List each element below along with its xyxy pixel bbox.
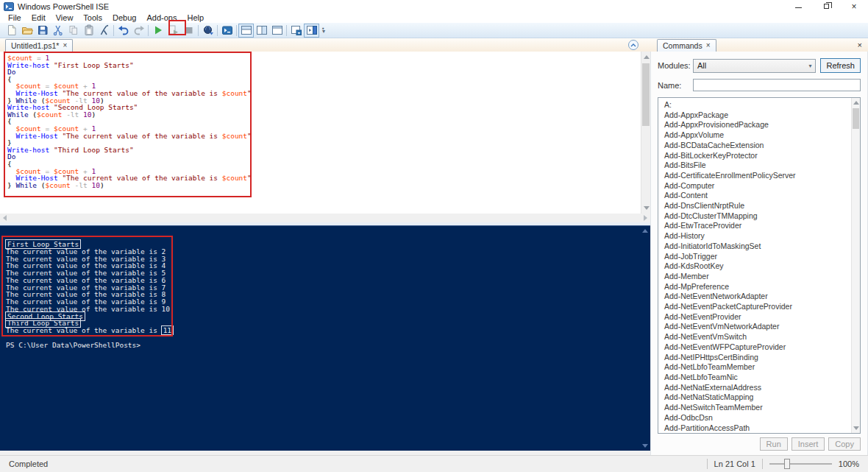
redo-button[interactable]	[131, 24, 146, 38]
start-powershell-exe-button[interactable]	[219, 24, 235, 38]
scroll-right-icon[interactable]	[644, 215, 647, 221]
command-list-item[interactable]: Add-NetEventNetworkAdapter	[664, 292, 850, 302]
command-list-item[interactable]: Add-NetEventPacketCaptureProvider	[664, 302, 850, 312]
open-script-button[interactable]	[19, 24, 35, 38]
command-list-item[interactable]: A:	[664, 100, 850, 110]
editor-vertical-scrollbar[interactable]	[641, 52, 650, 214]
scroll-up-icon[interactable]	[644, 55, 650, 59]
cut-button[interactable]	[50, 24, 65, 38]
show-command-addon-button[interactable]	[304, 24, 319, 38]
minimize-button[interactable]	[784, 0, 812, 13]
toolbar-options-icon[interactable]: ▪▾	[322, 27, 325, 33]
scroll-down-icon[interactable]	[853, 426, 859, 430]
command-list-item[interactable]: Add-Computer	[664, 181, 850, 191]
commands-list[interactable]: A:Add-AppxPackageAdd-AppxProvisionedPack…	[658, 97, 861, 434]
run-selection-button[interactable]	[166, 24, 181, 38]
editor-scrollbar-thumb[interactable]	[642, 63, 650, 126]
command-list-item[interactable]: Add-NetEventVmSwitch	[664, 332, 850, 342]
menu-tools[interactable]: Tools	[78, 13, 107, 22]
commands-tab-close-icon[interactable]: ×	[706, 42, 711, 49]
undo-button[interactable]	[115, 24, 131, 38]
paste-button[interactable]	[81, 24, 96, 38]
command-list-item[interactable]: Add-JobTrigger	[664, 252, 850, 262]
modules-dropdown[interactable]: All ▾	[693, 59, 816, 73]
show-script-pane-maximized-button[interactable]	[269, 24, 285, 38]
commands-list-scrollbar[interactable]	[851, 98, 860, 433]
show-script-pane-top-button[interactable]	[238, 24, 254, 38]
command-list-item[interactable]: Add-BitLockerKeyProtector	[664, 151, 850, 161]
command-list-item[interactable]: Add-NetEventVmNetworkAdapter	[664, 322, 850, 332]
command-list-item[interactable]: Add-OdbcDsn	[664, 413, 850, 423]
zoom-slider-thumb[interactable]	[784, 459, 790, 469]
editor-horizontal-scrollbar[interactable]	[0, 214, 650, 222]
copy-button[interactable]: Copy	[828, 437, 861, 451]
open-script-icon	[21, 24, 33, 36]
commands-scrollbar-thumb[interactable]	[853, 108, 859, 129]
new-powershell-tab-button[interactable]	[288, 24, 304, 38]
command-list-item[interactable]: Add-InitiatorIdToMaskingSet	[664, 242, 850, 252]
command-list-item[interactable]: Add-History	[664, 231, 850, 242]
command-list-item[interactable]: Add-Member	[664, 272, 850, 282]
command-list-item[interactable]: Add-DtcClusterTMMapping	[664, 211, 850, 222]
scroll-up-icon[interactable]	[642, 229, 648, 233]
run-script-icon	[152, 24, 164, 36]
command-list-item[interactable]: Add-NetEventWFPCaptureProvider	[664, 342, 850, 353]
command-list-item[interactable]: Add-NetSwitchTeamMember	[664, 403, 850, 413]
refresh-button[interactable]: Refresh	[820, 58, 861, 73]
command-list-item[interactable]: Add-BCDataCacheExtension	[664, 141, 850, 151]
zoom-slider[interactable]	[769, 463, 832, 465]
name-filter-input[interactable]	[693, 79, 861, 91]
command-list-item[interactable]: Add-NetNatStaticMapping	[664, 392, 850, 403]
command-list-item[interactable]: Add-BitsFile	[664, 161, 850, 171]
new-remote-powershell-tab-button[interactable]	[200, 24, 216, 38]
command-list-item[interactable]: Add-KdsRootKey	[664, 261, 850, 272]
command-list-item[interactable]: Add-PartitionAccessPath	[664, 423, 850, 434]
scroll-up-icon[interactable]	[853, 101, 859, 105]
scroll-down-icon[interactable]	[644, 206, 650, 210]
show-script-pane-right-button[interactable]	[254, 24, 269, 38]
menu-help[interactable]: Help	[182, 13, 209, 22]
command-list-item[interactable]: Add-Content	[664, 191, 850, 201]
script-tab-close-icon[interactable]: ×	[63, 42, 67, 49]
scroll-left-icon[interactable]	[3, 215, 7, 221]
command-list-item[interactable]: Add-EtwTraceProvider	[664, 221, 850, 231]
command-list-item[interactable]: Add-DnsClientNrptRule	[664, 201, 850, 211]
commands-tab[interactable]: Commands ×	[657, 39, 716, 52]
scroll-down-icon[interactable]	[642, 444, 648, 448]
menu-debug[interactable]: Debug	[107, 13, 141, 22]
menu-view[interactable]: View	[51, 13, 79, 22]
clear-console-pane-button[interactable]	[96, 24, 112, 38]
command-list-item[interactable]: Add-CertificateEnrollmentPolicyServer	[664, 171, 850, 181]
command-list-item[interactable]: Add-MpPreference	[664, 282, 850, 292]
script-tab-untitled1[interactable]: Untitled1.ps1* ×	[5, 39, 73, 52]
command-list-item[interactable]: Add-NetIPHttpsCertBinding	[664, 353, 850, 363]
command-list-item[interactable]: Add-NetNatExternalAddress	[664, 383, 850, 393]
stop-operation-button[interactable]	[181, 24, 196, 38]
script-editor[interactable]: $count = 1Write-host "First Loop Starts"…	[0, 52, 650, 214]
command-list-item[interactable]: Add-AppxProvisionedPackage	[664, 120, 850, 130]
run-script-button[interactable]	[150, 24, 166, 38]
title-bar: Windows PowerShell ISE ×	[0, 0, 868, 13]
new-script-button[interactable]	[4, 24, 19, 38]
console-line: The current value of the variable is 11	[6, 327, 650, 334]
save-script-button[interactable]	[35, 24, 50, 38]
run-button[interactable]: Run	[760, 437, 788, 451]
menu-add-ons[interactable]: Add-ons	[141, 13, 182, 22]
copy-button[interactable]	[65, 24, 81, 38]
menu-file[interactable]: File	[3, 13, 26, 22]
close-button[interactable]: ×	[840, 0, 868, 13]
command-list-item[interactable]: Add-NetLbfoTeamMember	[664, 362, 850, 373]
command-list-item[interactable]: Add-AppxVolume	[664, 130, 850, 141]
console-pane[interactable]: First Loop StartsThe current value of th…	[0, 225, 650, 451]
command-list-item[interactable]: Add-NetEventProvider	[664, 312, 850, 323]
insert-button[interactable]: Insert	[791, 437, 825, 451]
toolbar-separator	[148, 25, 149, 36]
console-vertical-scrollbar[interactable]	[641, 229, 649, 448]
commands-panel-close-icon[interactable]: ×	[858, 40, 862, 49]
command-list-item[interactable]: Add-AppxPackage	[664, 110, 850, 121]
menu-edit[interactable]: Edit	[26, 13, 51, 22]
collapse-script-pane-button[interactable]	[628, 40, 638, 50]
show-script-pane-right-icon	[256, 24, 268, 36]
command-list-item[interactable]: Add-NetLbfoTeamNic	[664, 373, 850, 383]
restore-button[interactable]	[812, 0, 840, 13]
